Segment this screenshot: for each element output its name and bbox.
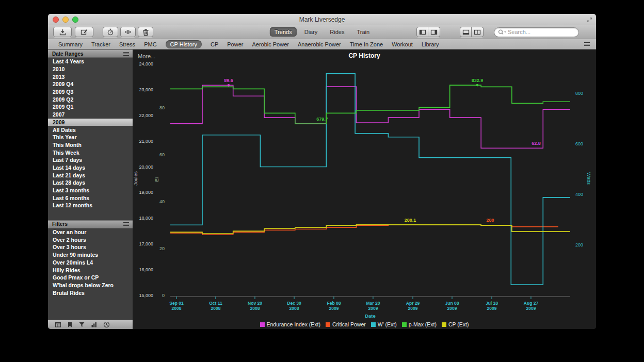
zoom-button[interactable] [72, 17, 78, 23]
search-icon [498, 29, 507, 35]
svg-text:2009: 2009 [329, 306, 339, 311]
sidebar-item-last-3-months[interactable]: Last 3 months [48, 187, 133, 194]
sidebar-item-last-14-days[interactable]: Last 14 days [48, 164, 133, 172]
svg-text:Watts: Watts [586, 172, 592, 185]
edit-button[interactable] [75, 27, 93, 37]
tab-pmc[interactable]: PMC [144, 41, 156, 47]
sidebar-item-last-4-years[interactable]: Last 4 Years [48, 58, 133, 65]
toggle-left-sidebar-button[interactable] [416, 27, 428, 37]
tab-power[interactable]: Power [227, 41, 243, 47]
cp-history-plot[interactable]: Sep 012008Oct 112008Nov 202008Dec 302008… [133, 50, 596, 329]
chart-icon[interactable] [91, 321, 98, 328]
sidebar-item-this-year[interactable]: This Year [48, 134, 133, 141]
tab-stress[interactable]: Stress [119, 41, 135, 47]
intervals-button[interactable] [120, 27, 136, 37]
svg-text:Oct 11: Oct 11 [209, 301, 222, 306]
delete-button[interactable] [138, 27, 153, 37]
close-button[interactable] [53, 17, 59, 23]
svg-text:2009: 2009 [408, 306, 418, 311]
tab-menu-button[interactable] [584, 42, 590, 46]
sidebar-item-over-20mins-l4[interactable]: Over 20mins L4 [48, 259, 133, 267]
tab-anaerobic-power[interactable]: Anaerobic Power [298, 41, 341, 47]
svg-text:60: 60 [159, 152, 165, 157]
tab-cp-history[interactable]: CP History [166, 40, 202, 48]
tab-summary[interactable]: Summary [58, 41, 83, 47]
segment-diary[interactable]: Diary [300, 27, 323, 37]
segment-train[interactable]: Train [352, 27, 374, 37]
sidebar-item-last-12-months[interactable]: Last 12 months [48, 202, 133, 209]
fullscreen-icon[interactable] [587, 17, 592, 23]
clock-icon[interactable] [103, 321, 110, 328]
series-endurance-index-ext [170, 85, 570, 148]
y-axis-joules: 24,00023,00022,00021,00020,00019,00018,0… [133, 61, 153, 298]
download-icon [58, 28, 67, 36]
tab-workout[interactable]: Workout [392, 41, 413, 47]
calendar-icon[interactable] [55, 321, 61, 328]
svg-text:Feb 08: Feb 08 [327, 301, 341, 306]
bookmark-icon[interactable] [67, 321, 73, 328]
svg-text:Mar 20: Mar 20 [366, 301, 380, 306]
y-axis-watts: 800600400200Watts [575, 91, 592, 248]
svg-text:Dec 30: Dec 30 [287, 301, 301, 306]
date-ranges-header[interactable]: Date Ranges [48, 50, 133, 58]
tab-cp[interactable]: CP [211, 41, 218, 47]
sidebar-item-w-bal-drops-below-zero[interactable]: W'bal drops below Zero [48, 282, 133, 289]
sidebar-item-2009-q1[interactable]: 2009 Q1 [48, 103, 133, 111]
sidebar-item-hilly-rides[interactable]: Hilly Rides [48, 266, 133, 274]
sidebar-item-this-week[interactable]: This Week [48, 149, 133, 156]
svg-text:Joules: Joules [133, 171, 138, 186]
layout-tabbed-button[interactable] [460, 27, 472, 37]
tab-aerobic-power[interactable]: Aerobic Power [252, 41, 289, 47]
svg-text:600: 600 [575, 141, 583, 146]
title-bar[interactable]: Mark Liversedge [48, 14, 596, 25]
search-field[interactable] [494, 27, 579, 37]
filters-header[interactable]: Filters [48, 220, 133, 228]
filters-menu-icon[interactable] [123, 222, 129, 226]
sidebar-item-last-28-days[interactable]: Last 28 days [48, 179, 133, 187]
sidebar-item-over-an-hour[interactable]: Over an hour [48, 228, 133, 236]
stopwatch-button[interactable] [103, 27, 118, 37]
sidebar-item-2013[interactable]: 2013 [48, 73, 133, 80]
minimize-button[interactable] [62, 17, 69, 23]
tab-library[interactable]: Library [422, 41, 439, 47]
svg-text:0: 0 [162, 293, 165, 298]
view-segmented-control: TrendsDiaryRidesTrain [270, 27, 374, 37]
svg-text:18,000: 18,000 [139, 216, 153, 221]
toggle-right-sidebar-button[interactable] [428, 27, 440, 37]
download-button[interactable] [53, 27, 72, 37]
legend-item-endurance-index-ext: Endurance Index (Ext) [260, 321, 320, 327]
svg-text:40: 40 [159, 199, 165, 204]
main-toolbar: TrendsDiaryRidesTrain [48, 25, 596, 39]
segment-rides[interactable]: Rides [325, 27, 349, 37]
svg-text:400: 400 [575, 192, 583, 197]
svg-text:16,000: 16,000 [139, 267, 153, 272]
sidebar-item-under-90-minutes[interactable]: Under 90 minutes [48, 251, 133, 259]
sidebar-item-2009-q2[interactable]: 2009 Q2 [48, 95, 133, 103]
sidebar-item-2007[interactable]: 2007 [48, 111, 133, 119]
filter-icon[interactable] [78, 321, 85, 328]
sidebar-item-last-6-months[interactable]: Last 6 months [48, 194, 133, 202]
sidebar-item-over-3-hours[interactable]: Over 3 hours [48, 243, 133, 251]
legend-label: Critical Power [332, 321, 366, 327]
sidebar-item-over-2-hours[interactable]: Over 2 hours [48, 236, 133, 243]
search-input[interactable] [507, 28, 574, 36]
sidebar-item-2009[interactable]: 2009 [48, 119, 133, 126]
legend-item-w-ext: W' (Ext) [371, 321, 397, 327]
sidebar-item-all-dates[interactable]: All Dates [48, 126, 133, 134]
sidebar-item-last-7-days[interactable]: Last 7 days [48, 156, 133, 164]
series-w-ext [170, 74, 570, 285]
segment-trends[interactable]: Trends [270, 27, 297, 37]
sidebar-item-brutal-rides[interactable]: Brutal Rides [48, 289, 133, 297]
date-ranges-menu-icon[interactable] [123, 52, 129, 56]
sidebar-item-good-pmax-or-cp[interactable]: Good Pmax or CP [48, 274, 133, 282]
sidebar-item-2009-q4[interactable]: 2009 Q4 [48, 80, 133, 88]
sidebar-item-2009-q3[interactable]: 2009 Q3 [48, 88, 133, 96]
tab-tracker[interactable]: Tracker [91, 41, 110, 47]
tab-time-in-zone[interactable]: Time In Zone [350, 41, 383, 47]
sidebar-item-this-month[interactable]: This Month [48, 141, 133, 149]
layout-tiled-button[interactable] [472, 27, 484, 37]
sidebar-item-2010[interactable]: 2010 [48, 65, 133, 73]
legend-swatch [371, 322, 376, 327]
svg-text:2009: 2009 [487, 306, 497, 311]
sidebar-item-last-21-days[interactable]: Last 21 days [48, 171, 133, 179]
